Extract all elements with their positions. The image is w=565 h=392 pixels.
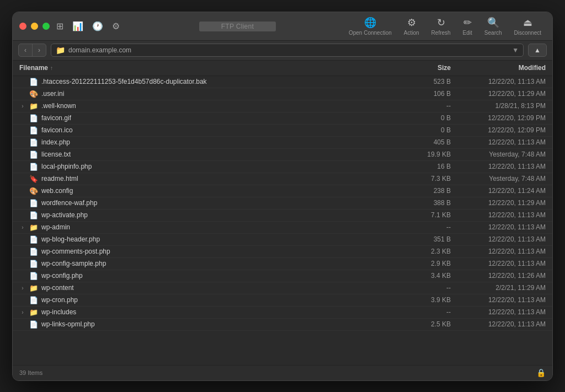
file-name-cell: 📄favicon.ico <box>19 126 408 135</box>
file-name-text: readme.html <box>41 175 78 182</box>
file-icon: 📄 <box>29 272 38 280</box>
list-item[interactable]: 📄wp-comments-post.php2.3 KB12/22/20, 11:… <box>13 246 552 258</box>
folder-icon: 📁 <box>56 46 65 55</box>
list-item[interactable]: ›📁wp-admin--12/22/20, 11:13 AM <box>13 222 552 234</box>
search-button[interactable]: 🔍 Search <box>480 14 507 38</box>
file-name-cell: ›📁wp-content <box>19 284 408 292</box>
filename-column-header[interactable]: Filename ↑ <box>19 64 408 72</box>
main-window: ⊞ 📊 🕐 ⚙ FTP Client 🌐 Open Connection ⚙ A… <box>12 12 553 381</box>
file-icon: 🎨 <box>29 90 38 98</box>
traffic-lights <box>19 23 50 30</box>
file-name-text: .htaccess-201222111253-5fe1d4b57d86c-dup… <box>41 78 207 85</box>
action-icon: ⚙ <box>407 17 416 29</box>
list-item[interactable]: 📄wp-config-sample.php2.9 KB12/22/20, 11:… <box>13 258 552 270</box>
file-icon: 📄 <box>29 260 38 268</box>
nav-arrows: ‹ › <box>18 44 46 57</box>
file-size-cell: -- <box>408 308 457 316</box>
file-name-cell: 📄wp-cron.php <box>19 296 408 304</box>
file-modified-cell: 12/22/20, 11:13 AM <box>457 296 546 304</box>
file-size-cell: -- <box>408 223 457 231</box>
up-button[interactable]: ▲ <box>528 44 547 57</box>
list-item[interactable]: 🎨web.config238 B12/22/20, 11:24 AM <box>13 185 552 197</box>
file-name-text: index.php <box>41 138 70 146</box>
list-item[interactable]: 📄favicon.gif0 B12/22/20, 12:09 PM <box>13 112 552 125</box>
eject-icon: ⏏ <box>523 17 532 29</box>
file-name-text: wp-content <box>41 284 74 292</box>
file-modified-cell: Yesterday, 7:48 AM <box>457 151 546 158</box>
file-modified-cell: 12/22/20, 11:13 AM <box>457 163 546 170</box>
list-item[interactable]: 📄wordfence-waf.php388 B12/22/20, 11:29 A… <box>13 197 552 210</box>
list-item[interactable]: 📄license.txt19.9 KBYesterday, 7:48 AM <box>13 149 552 161</box>
expand-arrow-icon[interactable]: › <box>19 309 26 315</box>
file-name-cell: 📄wp-config.php <box>19 272 408 280</box>
list-item[interactable]: 📄wp-links-opml.php2.5 KB12/22/20, 11:13 … <box>13 319 552 331</box>
list-item[interactable]: ›📁.well-known--1/28/21, 8:13 PM <box>13 100 552 112</box>
file-modified-cell: 12/22/20, 11:13 AM <box>457 308 546 316</box>
size-column-header[interactable]: Size <box>408 64 457 72</box>
file-icon: 📄 <box>29 296 38 304</box>
forward-button[interactable]: › <box>33 44 46 56</box>
file-size-cell: 238 B <box>408 187 457 195</box>
list-item[interactable]: 📄wp-blog-header.php351 B12/22/20, 11:13 … <box>13 234 552 246</box>
chart-icon[interactable]: 📊 <box>72 21 83 31</box>
path-dropdown-icon[interactable]: ▼ <box>512 46 519 54</box>
list-item[interactable]: 🎨.user.ini106 B12/22/20, 11:29 AM <box>13 88 552 100</box>
file-icon: 🔖 <box>29 175 38 183</box>
list-item[interactable]: ›📁wp-content--2/2/21, 11:29 AM <box>13 282 552 294</box>
expand-arrow-icon[interactable]: › <box>19 103 26 109</box>
file-modified-cell: 12/22/20, 11:13 AM <box>457 78 546 85</box>
file-name-cell: 📄wp-blog-header.php <box>19 235 408 244</box>
path-bar[interactable]: 📁 domain.example.com ▼ <box>51 44 524 57</box>
file-name-cell: 📄index.php <box>19 138 408 147</box>
edit-button[interactable]: ✏ Edit <box>459 14 477 38</box>
list-item[interactable]: 📄.htaccess-201222111253-5fe1d4b57d86c-du… <box>13 76 552 88</box>
file-modified-cell: 12/22/20, 11:13 AM <box>457 138 546 146</box>
file-icon: 📄 <box>29 151 38 159</box>
folder-icon: 📁 <box>29 223 38 232</box>
list-item[interactable]: 🔖readme.html7.3 KBYesterday, 7:48 AM <box>13 173 552 185</box>
file-name-cell: 🎨.user.ini <box>19 90 408 98</box>
file-size-cell: 7.3 KB <box>408 175 457 182</box>
folder-icon: 📁 <box>29 308 38 316</box>
list-view-icon[interactable]: ⊞ <box>56 21 63 31</box>
file-name-text: wp-config-sample.php <box>41 260 106 267</box>
modified-column-header[interactable]: Modified <box>457 64 546 72</box>
list-item[interactable]: 📄wp-cron.php3.9 KB12/22/20, 11:13 AM <box>13 294 552 307</box>
list-item[interactable]: 📄wp-config.php3.4 KB12/22/20, 11:26 AM <box>13 270 552 282</box>
file-icon: 📄 <box>29 320 38 329</box>
file-modified-cell: 12/22/20, 11:13 AM <box>457 211 546 219</box>
maximize-button[interactable] <box>42 23 50 30</box>
settings-icon[interactable]: ⚙ <box>112 21 120 31</box>
file-name-text: license.txt <box>41 151 71 158</box>
disconnect-button[interactable]: ⏏ Disconnect <box>510 14 546 38</box>
back-button[interactable]: ‹ <box>19 44 33 56</box>
file-modified-cell: 12/22/20, 11:29 AM <box>457 199 546 207</box>
file-list: 📄.htaccess-201222111253-5fe1d4b57d86c-du… <box>13 76 552 365</box>
file-name-text: local-phpinfo.php <box>41 163 92 170</box>
action-button[interactable]: ⚙ Action <box>399 14 424 38</box>
list-item[interactable]: ›📁wp-includes--12/22/20, 11:13 AM <box>13 307 552 319</box>
list-item[interactable]: 📄index.php405 B12/22/20, 11:13 AM <box>13 137 552 149</box>
file-name-text: wordfence-waf.php <box>41 199 97 207</box>
file-size-cell: -- <box>408 284 457 292</box>
open-connection-button[interactable]: 🌐 Open Connection <box>344 14 396 38</box>
clock-icon[interactable]: 🕐 <box>92 21 103 31</box>
file-name-cell: 🔖readme.html <box>19 175 408 183</box>
expand-arrow-icon[interactable]: › <box>19 224 26 230</box>
file-name-text: wp-activate.php <box>41 211 88 219</box>
close-button[interactable] <box>19 23 26 30</box>
list-item[interactable]: 📄wp-activate.php7.1 KB12/22/20, 11:13 AM <box>13 210 552 222</box>
minimize-button[interactable] <box>31 23 38 30</box>
file-name-cell: 📄license.txt <box>19 151 408 159</box>
edit-icon: ✏ <box>463 17 472 29</box>
lock-icon: 🔒 <box>536 368 546 377</box>
file-name-text: favicon.ico <box>41 126 73 134</box>
file-modified-cell: 12/22/20, 11:13 AM <box>457 320 546 328</box>
refresh-button[interactable]: ↻ Refresh <box>427 14 455 38</box>
list-item[interactable]: 📄favicon.ico0 B12/22/20, 12:09 PM <box>13 125 552 137</box>
file-modified-cell: 12/22/20, 11:13 AM <box>457 235 546 243</box>
file-size-cell: 2.3 KB <box>408 248 457 255</box>
expand-arrow-icon[interactable]: › <box>19 285 26 291</box>
file-size-cell: 106 B <box>408 90 457 98</box>
list-item[interactable]: 📄local-phpinfo.php16 B12/22/20, 11:13 AM <box>13 161 552 173</box>
